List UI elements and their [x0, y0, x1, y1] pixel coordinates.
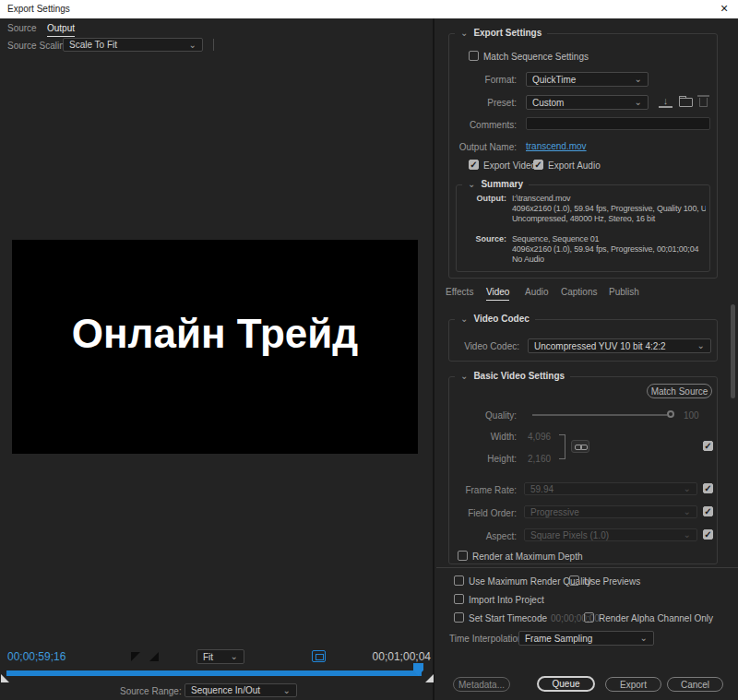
crop-output-icon[interactable]: [312, 650, 326, 662]
close-icon[interactable]: ×: [717, 1, 732, 16]
settings-scrollbar[interactable]: [731, 304, 735, 398]
source-scaling-select[interactable]: Scale To Fit ⌄: [63, 38, 203, 52]
current-timecode[interactable]: 00;00;59;16: [7, 650, 65, 663]
set-start-timecode-checkbox[interactable]: ✓: [454, 612, 464, 623]
match-sequence-checkbox[interactable]: ✓: [469, 51, 479, 61]
preview-title-text: Онлайн Трейд: [72, 311, 359, 357]
use-previews-checkbox[interactable]: ✓: [569, 575, 579, 586]
video-codec-select[interactable]: Uncompressed YUV 10 bit 4:2:2 ⌄: [528, 338, 711, 353]
quality-slider-track[interactable]: [532, 414, 667, 416]
export-audio-checkbox[interactable]: ✓: [533, 160, 543, 170]
queue-button[interactable]: Queue: [537, 676, 595, 692]
bottom-divider: [436, 567, 738, 568]
field-order-select[interactable]: Progressive ⌄: [524, 505, 697, 518]
settings-panel: ⌄Export Settings ✓ Match Sequence Settin…: [436, 18, 738, 700]
export-settings-header[interactable]: ⌄Export Settings: [455, 28, 547, 38]
time-interpolation-select[interactable]: Frame Sampling ⌄: [518, 631, 654, 646]
video-preview[interactable]: Онлайн Трейд: [12, 240, 418, 454]
match-source-label: Match Source: [651, 386, 708, 397]
preset-label: Preset:: [446, 98, 517, 108]
comments-input[interactable]: [526, 117, 710, 130]
export-button[interactable]: Export: [605, 677, 661, 692]
check-icon: ✓: [534, 160, 542, 170]
check-icon: ✓: [704, 442, 712, 451]
zoom-level-value: Fit: [203, 652, 227, 662]
out-point-icon[interactable]: [149, 652, 159, 661]
set-start-timecode-label: Set Start Timecode: [469, 613, 547, 623]
frame-rate-checkbox[interactable]: ✓: [703, 483, 713, 493]
match-source-button[interactable]: Match Source: [647, 384, 712, 398]
match-sequence-label: Match Sequence Settings: [483, 52, 589, 62]
metadata-button[interactable]: Metadata...: [453, 677, 510, 692]
cancel-button[interactable]: Cancel: [667, 677, 723, 692]
frame-rate-value: 59.94: [530, 484, 680, 494]
check-icon: ✓: [704, 530, 712, 540]
aspect-label: Aspect:: [446, 531, 517, 541]
arrow-down-glyph: ↓: [663, 95, 669, 106]
use-max-quality-checkbox[interactable]: ✓: [454, 575, 464, 586]
size-link-bracket: [559, 434, 565, 459]
render-max-depth-label: Render at Maximum Depth: [472, 552, 583, 562]
check-icon: ✓: [470, 160, 478, 170]
export-button-label: Export: [620, 680, 647, 690]
work-area-left-handle[interactable]: [1, 674, 9, 682]
source-range-value: Sequence In/Out: [191, 685, 280, 695]
summary-source-label: Source:: [464, 234, 506, 243]
field-order-value: Progressive: [530, 507, 680, 517]
aspect-select[interactable]: Square Pixels (1.0) ⌄: [524, 528, 697, 541]
link-sizes-icon[interactable]: [571, 440, 589, 453]
titlebar: Export Settings ×: [0, 0, 738, 18]
field-order-checkbox[interactable]: ✓: [703, 506, 713, 516]
video-codec-header[interactable]: ⌄Video Codec: [455, 314, 535, 324]
timeline-scrubber[interactable]: [6, 670, 422, 676]
check-icon: ✓: [704, 484, 712, 493]
preset-select[interactable]: Custom ⌄: [526, 95, 649, 110]
export-audio-label: Export Audio: [548, 160, 601, 171]
tab-output[interactable]: Output: [47, 23, 75, 37]
frame-rate-label: Frame Rate:: [446, 485, 517, 495]
render-max-depth-checkbox[interactable]: ✓: [458, 551, 468, 561]
summary-output-label: Output:: [464, 194, 506, 203]
frame-rate-select[interactable]: 59.94 ⌄: [524, 482, 697, 495]
render-alpha-label: Render Alpha Channel Only: [599, 613, 713, 623]
tab-video[interactable]: Video: [486, 287, 509, 301]
basic-video-settings-header[interactable]: ⌄Basic Video Settings: [455, 371, 570, 381]
summary-output-line3: Uncompressed, 48000 Hz, Stereo, 16 bit: [512, 214, 706, 223]
format-select[interactable]: QuickTime ⌄: [526, 72, 649, 87]
save-preset-icon[interactable]: ↓: [659, 96, 673, 108]
work-area-right-handle[interactable]: [425, 674, 434, 682]
preset-value: Custom: [532, 98, 631, 108]
duration-timecode: 00;01;00;04: [351, 650, 431, 663]
tab-effects[interactable]: Effects: [446, 287, 473, 300]
cancel-button-label: Cancel: [681, 680, 709, 690]
import-preset-icon[interactable]: [679, 98, 693, 107]
output-name-link[interactable]: transcend.mov: [526, 141, 587, 151]
import-into-project-checkbox[interactable]: ✓: [454, 594, 464, 604]
summary-header[interactable]: ⌄Summary: [462, 179, 529, 189]
tab-audio[interactable]: Audio: [525, 287, 549, 300]
source-range-select[interactable]: Sequence In/Out ⌄: [184, 683, 297, 697]
collapse-chevron-icon: ⌄: [468, 179, 475, 189]
collapse-chevron-icon: ⌄: [460, 371, 468, 381]
basic-video-settings-title: Basic Video Settings: [473, 371, 565, 381]
tab-publish[interactable]: Publish: [609, 287, 639, 300]
in-point-icon[interactable]: [131, 652, 140, 661]
summary-title: Summary: [481, 179, 523, 189]
aspect-checkbox[interactable]: ✓: [703, 529, 713, 540]
video-codec-label: Video Codec:: [446, 341, 519, 351]
queue-button-label: Queue: [552, 679, 579, 689]
render-alpha-checkbox[interactable]: ✓: [584, 612, 594, 623]
zoom-level-select[interactable]: Fit ⌄: [196, 649, 244, 664]
export-video-checkbox[interactable]: ✓: [469, 160, 479, 170]
tab-source[interactable]: Source: [7, 23, 37, 36]
tab-captions[interactable]: Captions: [561, 287, 597, 300]
video-codec-title: Video Codec: [473, 314, 529, 324]
export-video-label: Export Video: [483, 160, 536, 171]
export-settings-title: Export Settings: [473, 28, 542, 38]
delete-preset-icon[interactable]: [699, 98, 708, 107]
collapse-chevron-icon: ⌄: [460, 28, 468, 38]
format-label: Format:: [446, 75, 517, 85]
size-link-checkbox[interactable]: ✓: [703, 441, 713, 451]
window-title: Export Settings: [7, 4, 70, 14]
quality-slider-knob[interactable]: [667, 410, 674, 418]
